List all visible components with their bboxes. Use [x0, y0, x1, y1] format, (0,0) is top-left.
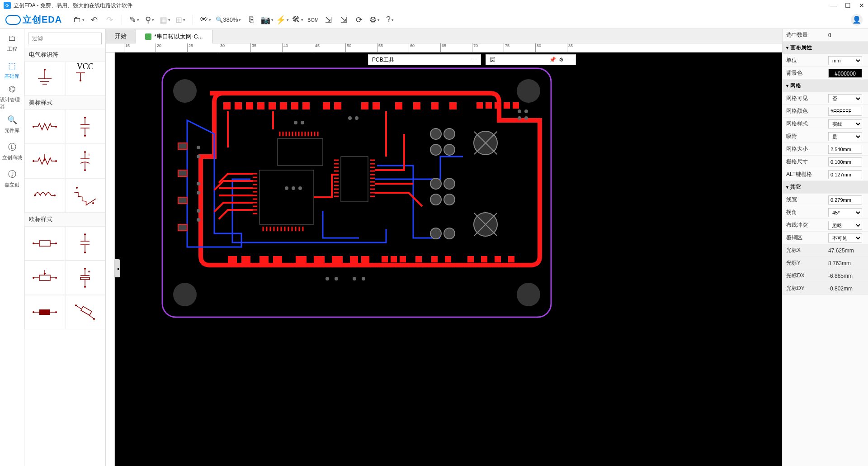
unit-select[interactable]: mm — [828, 56, 862, 65]
edit-button[interactable]: ✎▾ — [127, 13, 141, 27]
svg-rect-94 — [273, 256, 282, 267]
symbol-capacitor-eu[interactable] — [65, 226, 106, 261]
grid-size-input[interactable] — [828, 145, 862, 154]
settings-button[interactable]: ⚙▾ — [368, 13, 381, 27]
redo-button[interactable]: ↷ — [103, 13, 116, 27]
symbol-capacitor-pol-us[interactable]: + — [65, 144, 106, 178]
export-button[interactable]: ⇲ — [321, 13, 335, 27]
maximize-button[interactable]: ☐ — [845, 2, 851, 9]
symbol-resistor-eu[interactable] — [24, 226, 65, 261]
symbol-resistor-diag-us[interactable] — [65, 178, 106, 213]
route-button[interactable]: ⚡▾ — [275, 13, 289, 27]
svg-rect-100 — [382, 256, 388, 262]
gear-icon[interactable]: ⚙ — [559, 57, 564, 63]
symbol-resistor-var-eu[interactable] — [24, 261, 65, 295]
grid-style-select[interactable]: 实线 — [828, 119, 862, 128]
place-button[interactable]: ⚲▾ — [143, 13, 156, 27]
line-width-input[interactable] — [828, 195, 862, 204]
minimize-button[interactable]: — — [830, 2, 837, 9]
section-grid[interactable]: ▾网格 — [783, 80, 868, 92]
grid-color-input[interactable] — [828, 107, 862, 116]
share-button[interactable]: ⇲ — [337, 13, 350, 27]
rail-lcsc[interactable]: Ⓛ立创商城 — [0, 138, 24, 165]
distribute-button[interactable]: ⊞▾ — [174, 13, 187, 27]
bom-button[interactable]: BOM — [306, 13, 320, 27]
svg-point-19 — [55, 160, 57, 162]
symbol-resistor-fill-eu[interactable] — [24, 295, 65, 329]
symbol-vcc[interactable]: VCC — [65, 62, 106, 96]
section-other[interactable]: ▾其它 — [783, 181, 868, 194]
grid-ruler-input[interactable] — [828, 157, 862, 166]
snap-select[interactable]: 是 — [828, 132, 862, 141]
svg-point-188 — [294, 121, 297, 124]
alt-grid-input[interactable] — [828, 170, 862, 179]
svg-rect-96 — [314, 256, 325, 267]
corner-select[interactable]: 45° — [828, 208, 862, 217]
route-conflict-select[interactable]: 忽略 — [828, 221, 862, 230]
symbol-inductor-us[interactable] — [24, 178, 65, 213]
refresh-button[interactable]: ⟳ — [352, 13, 366, 27]
section-canvas[interactable]: ▾画布属性 — [783, 42, 868, 54]
tools-button[interactable]: 🛠▾ — [291, 13, 304, 27]
cursor-dx: -6.885mm — [828, 273, 864, 279]
avatar[interactable]: 👤 — [851, 14, 863, 26]
svg-rect-74 — [269, 102, 276, 109]
svg-point-7 — [80, 80, 81, 81]
tab-start[interactable]: 开始 — [106, 29, 136, 43]
collapse-handle[interactable]: ◂ — [115, 259, 120, 277]
symbol-resistor-us[interactable] — [24, 109, 65, 144]
svg-point-192 — [285, 186, 288, 190]
align-button[interactable]: ▦▾ — [158, 13, 172, 27]
svg-rect-212 — [178, 224, 187, 231]
svg-rect-65 — [162, 68, 551, 317]
svg-point-15 — [84, 135, 86, 137]
svg-point-18 — [33, 160, 34, 162]
symbol-resistor-diag-eu[interactable] — [65, 295, 106, 329]
svg-rect-90 — [513, 102, 519, 109]
zoom-control[interactable]: 🔍 380%▾ — [214, 13, 243, 27]
pcb-canvas[interactable]: ◂ PCB工具 — 层 📌 ⚙ — — [115, 52, 782, 466]
rail-library[interactable]: 🔍元件库 — [0, 110, 24, 138]
import-button[interactable]: ⎘ — [245, 13, 258, 27]
svg-point-26 — [34, 195, 36, 196]
svg-text:+: + — [88, 152, 90, 157]
pin-icon[interactable]: 📌 — [549, 57, 556, 63]
symbol-gnd[interactable] — [24, 62, 65, 96]
rail-project[interactable]: 🗀工程 — [0, 29, 24, 56]
help-button[interactable]: ?▾ — [383, 13, 396, 27]
window-title: 立创EDA - 免费、易用、强大的在线电路设计软件 — [14, 2, 132, 10]
view-button[interactable]: 👁▾ — [198, 13, 212, 27]
svg-point-173 — [444, 128, 455, 139]
grid-visible-select[interactable]: 否 — [828, 94, 862, 103]
svg-point-47 — [55, 277, 57, 279]
svg-rect-210 — [178, 170, 187, 176]
svg-point-201 — [326, 277, 329, 281]
rail-jlc[interactable]: Ⓙ嘉立创 — [0, 165, 24, 192]
bgcolor-field[interactable]: #000000 — [828, 69, 862, 78]
svg-point-25 — [84, 169, 86, 171]
tab-file[interactable]: *串口转以太网-C... — [136, 30, 212, 43]
copper-zone-select[interactable]: 不可见 — [828, 233, 862, 243]
logo[interactable]: 立创EDA — [5, 14, 62, 26]
rail-basiclib[interactable]: ⬚基础库 — [0, 56, 24, 83]
symbol-capacitor-pol-eu[interactable]: + — [65, 261, 106, 295]
svg-rect-91 — [228, 256, 237, 267]
svg-rect-209 — [178, 143, 187, 149]
editor-tabs: 开始 *串口转以太网-C... — [106, 29, 782, 43]
file-menu-button[interactable]: 🗀▾ — [72, 13, 85, 27]
svg-rect-86 — [476, 102, 483, 109]
rail-design-manager[interactable]: ⌬设计管理器 — [0, 83, 24, 110]
undo-button[interactable]: ↶ — [87, 13, 101, 27]
pcb-tools-bar[interactable]: PCB工具 — — [368, 54, 481, 65]
layer-bar[interactable]: 层 📌 ⚙ — — [486, 54, 576, 65]
symbol-capacitor-us[interactable] — [65, 109, 106, 144]
svg-point-191 — [355, 116, 359, 120]
filter-input[interactable] — [28, 33, 102, 44]
minimize-icon[interactable]: — — [472, 57, 477, 63]
window-controls: — ☐ ✕ — [830, 2, 864, 9]
svg-point-195 — [197, 146, 200, 149]
minimize-icon[interactable]: — — [566, 57, 572, 63]
camera-button[interactable]: 📷▾ — [260, 13, 274, 27]
symbol-resistor-var-us[interactable] — [24, 144, 65, 178]
close-button[interactable]: ✕ — [859, 2, 864, 9]
